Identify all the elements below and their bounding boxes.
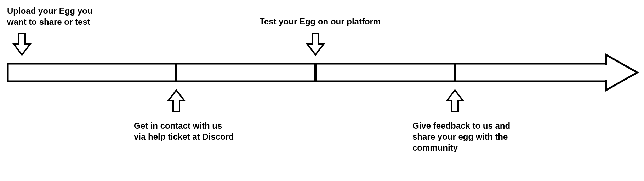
arrow-down-icon [14,34,30,55]
step-label-line: Give feedback to us and [412,120,510,131]
step-label-line: share your egg with the [412,131,510,142]
step-label-line: community [412,142,510,153]
arrow-up-icon [168,90,184,111]
svg-marker-1 [606,55,637,90]
step-label-test: Test your Egg on our platform [260,16,381,27]
step-label-line: want to share or test [7,16,92,27]
arrow-up-icon [447,90,463,111]
svg-rect-2 [604,65,608,80]
step-label-line: Get in contact with us [134,120,234,131]
step-label-upload: Upload your Egg you want to share or tes… [7,5,92,27]
svg-rect-0 [8,64,606,81]
timeline-arrow [8,55,637,90]
step-label-line: via help ticket at Discord [134,131,234,142]
step-label-contact: Get in contact with us via help ticket a… [134,120,234,142]
step-label-line: Upload your Egg you [7,5,92,16]
timeline-svg [0,0,644,181]
step-label-line: Test your Egg on our platform [260,16,381,27]
step-label-feedback: Give feedback to us and share your egg w… [412,120,510,153]
arrow-down-icon [307,34,324,55]
process-timeline-diagram: Upload your Egg you want to share or tes… [0,0,644,181]
